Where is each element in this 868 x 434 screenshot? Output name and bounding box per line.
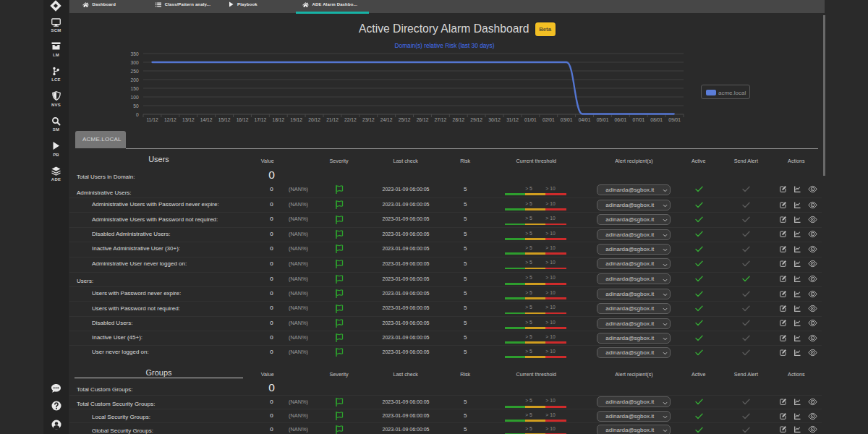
svg-text:350: 350 bbox=[131, 51, 139, 56]
svg-text:01/01: 01/01 bbox=[524, 117, 537, 122]
svg-text:02/01: 02/01 bbox=[542, 117, 555, 122]
svg-text:27/12: 27/12 bbox=[435, 117, 447, 122]
svg-text:25/12: 25/12 bbox=[399, 117, 411, 122]
svg-text:09/01: 09/01 bbox=[668, 117, 681, 122]
svg-text:250: 250 bbox=[131, 69, 139, 74]
svg-text:28/12: 28/12 bbox=[452, 117, 464, 122]
svg-text:20/12: 20/12 bbox=[308, 117, 320, 122]
svg-text:11/12: 11/12 bbox=[146, 117, 158, 122]
svg-text:50: 50 bbox=[133, 103, 139, 109]
svg-text:29/12: 29/12 bbox=[470, 117, 482, 122]
svg-text:150: 150 bbox=[131, 86, 139, 91]
svg-text:07/01: 07/01 bbox=[632, 117, 644, 122]
svg-text:03/01: 03/01 bbox=[561, 117, 573, 122]
svg-text:22/12: 22/12 bbox=[344, 117, 357, 122]
svg-text:23/12: 23/12 bbox=[362, 117, 375, 122]
svg-text:05/01: 05/01 bbox=[597, 117, 609, 122]
svg-text:15/12: 15/12 bbox=[218, 117, 231, 122]
svg-text:14/12: 14/12 bbox=[200, 117, 213, 122]
svg-text:30/12: 30/12 bbox=[488, 117, 501, 122]
svg-text:300: 300 bbox=[131, 60, 139, 65]
svg-text:24/12: 24/12 bbox=[380, 117, 393, 122]
svg-text:0: 0 bbox=[136, 112, 139, 117]
svg-text:17/12: 17/12 bbox=[255, 117, 267, 122]
svg-text:16/12: 16/12 bbox=[237, 117, 249, 122]
svg-text:12/12: 12/12 bbox=[164, 117, 176, 122]
svg-text:04/01: 04/01 bbox=[579, 117, 591, 122]
svg-text:08/01: 08/01 bbox=[650, 117, 663, 122]
svg-text:100: 100 bbox=[131, 95, 139, 100]
svg-text:19/12: 19/12 bbox=[290, 117, 302, 122]
svg-text:13/12: 13/12 bbox=[182, 117, 195, 122]
svg-text:200: 200 bbox=[131, 77, 139, 82]
svg-text:18/12: 18/12 bbox=[272, 117, 284, 122]
svg-text:06/01: 06/01 bbox=[615, 117, 627, 122]
svg-text:26/12: 26/12 bbox=[417, 117, 429, 122]
svg-text:21/12: 21/12 bbox=[326, 117, 339, 122]
svg-text:31/12: 31/12 bbox=[506, 117, 519, 122]
